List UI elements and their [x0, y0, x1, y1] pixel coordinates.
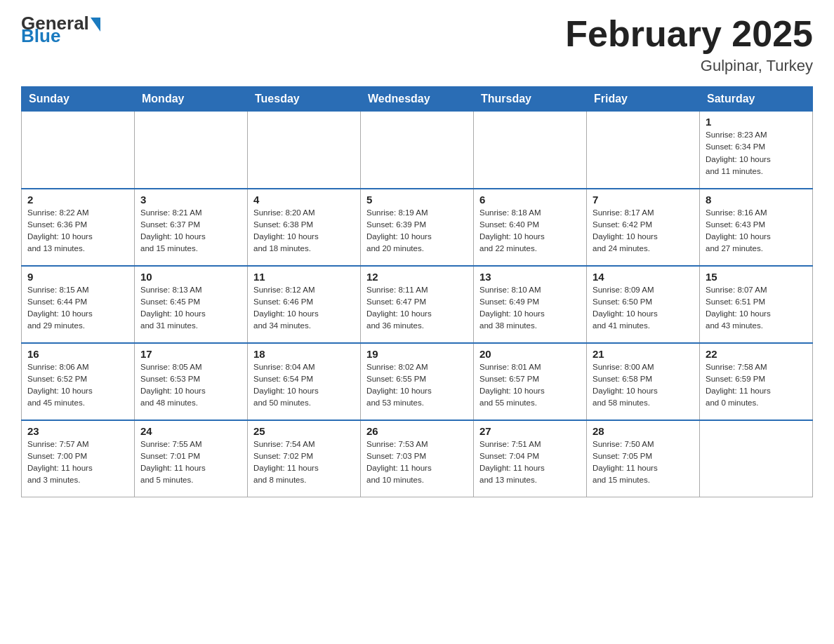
day-info: Sunrise: 8:22 AMSunset: 6:36 PMDaylight:… [27, 207, 128, 255]
logo: General Blue [21, 14, 100, 47]
day-number: 28 [593, 425, 694, 437]
day-number: 22 [706, 348, 807, 360]
calendar-week-row: 1Sunrise: 8:23 AMSunset: 6:34 PMDaylight… [22, 112, 813, 189]
calendar-cell [22, 112, 135, 189]
calendar-cell: 20Sunrise: 8:01 AMSunset: 6:57 PMDayligh… [474, 343, 587, 420]
day-info: Sunrise: 8:06 AMSunset: 6:52 PMDaylight:… [27, 361, 128, 410]
day-number: 26 [366, 425, 468, 437]
day-number: 13 [479, 271, 581, 283]
calendar-cell: 14Sunrise: 8:09 AMSunset: 6:50 PMDayligh… [587, 266, 700, 343]
day-info: Sunrise: 8:16 AMSunset: 6:43 PMDaylight:… [706, 207, 807, 255]
day-number: 4 [253, 194, 355, 206]
logo-triangle-icon [91, 18, 100, 32]
calendar-cell: 28Sunrise: 7:50 AMSunset: 7:05 PMDayligh… [587, 420, 700, 497]
calendar-week-row: 23Sunrise: 7:57 AMSunset: 7:00 PMDayligh… [22, 420, 813, 497]
calendar-cell: 24Sunrise: 7:55 AMSunset: 7:01 PMDayligh… [135, 420, 248, 497]
day-number: 7 [593, 194, 694, 206]
day-number: 15 [706, 271, 807, 283]
day-number: 17 [140, 348, 241, 360]
calendar-cell [361, 112, 474, 189]
day-info: Sunrise: 8:19 AMSunset: 6:39 PMDaylight:… [366, 207, 468, 255]
day-info: Sunrise: 8:17 AMSunset: 6:42 PMDaylight:… [593, 207, 694, 255]
day-info: Sunrise: 8:20 AMSunset: 6:38 PMDaylight:… [253, 207, 355, 255]
calendar-week-row: 16Sunrise: 8:06 AMSunset: 6:52 PMDayligh… [22, 343, 813, 420]
calendar-cell [587, 112, 700, 189]
calendar-cell: 2Sunrise: 8:22 AMSunset: 6:36 PMDaylight… [22, 189, 135, 266]
location-label: Gulpinar, Turkey [565, 57, 813, 75]
day-info: Sunrise: 7:50 AMSunset: 7:05 PMDaylight:… [593, 438, 694, 487]
calendar-cell: 3Sunrise: 8:21 AMSunset: 6:37 PMDaylight… [135, 189, 248, 266]
calendar-cell: 13Sunrise: 8:10 AMSunset: 6:49 PMDayligh… [474, 266, 587, 343]
day-number: 25 [253, 425, 355, 437]
weekday-header-wednesday: Wednesday [361, 87, 474, 112]
day-info: Sunrise: 8:00 AMSunset: 6:58 PMDaylight:… [593, 361, 694, 410]
day-number: 3 [140, 194, 241, 206]
day-info: Sunrise: 8:18 AMSunset: 6:40 PMDaylight:… [479, 207, 581, 255]
day-number: 6 [479, 194, 581, 206]
day-number: 14 [593, 271, 694, 283]
calendar-cell: 17Sunrise: 8:05 AMSunset: 6:53 PMDayligh… [135, 343, 248, 420]
day-info: Sunrise: 7:53 AMSunset: 7:03 PMDaylight:… [366, 438, 468, 487]
calendar-cell: 21Sunrise: 8:00 AMSunset: 6:58 PMDayligh… [587, 343, 700, 420]
day-number: 11 [253, 271, 355, 283]
calendar-cell: 10Sunrise: 8:13 AMSunset: 6:45 PMDayligh… [135, 266, 248, 343]
day-info: Sunrise: 7:51 AMSunset: 7:04 PMDaylight:… [479, 438, 581, 487]
day-info: Sunrise: 8:21 AMSunset: 6:37 PMDaylight:… [140, 207, 241, 255]
calendar-cell: 15Sunrise: 8:07 AMSunset: 6:51 PMDayligh… [700, 266, 813, 343]
weekday-header-monday: Monday [135, 87, 248, 112]
day-number: 10 [140, 271, 241, 283]
weekday-header-sunday: Sunday [22, 87, 135, 112]
day-info: Sunrise: 7:58 AMSunset: 6:59 PMDaylight:… [706, 361, 807, 410]
day-info: Sunrise: 7:57 AMSunset: 7:00 PMDaylight:… [27, 438, 128, 487]
day-number: 9 [27, 271, 128, 283]
day-number: 19 [366, 348, 468, 360]
day-number: 16 [27, 348, 128, 360]
month-title: February 2025 [565, 14, 813, 54]
calendar-cell: 22Sunrise: 7:58 AMSunset: 6:59 PMDayligh… [700, 343, 813, 420]
calendar-cell: 11Sunrise: 8:12 AMSunset: 6:46 PMDayligh… [248, 266, 361, 343]
day-info: Sunrise: 8:12 AMSunset: 6:46 PMDaylight:… [253, 284, 355, 333]
day-info: Sunrise: 8:15 AMSunset: 6:44 PMDaylight:… [27, 284, 128, 333]
calendar-cell: 26Sunrise: 7:53 AMSunset: 7:03 PMDayligh… [361, 420, 474, 497]
day-info: Sunrise: 8:10 AMSunset: 6:49 PMDaylight:… [479, 284, 581, 333]
calendar-cell [248, 112, 361, 189]
calendar-cell [700, 420, 813, 497]
calendar-cell: 19Sunrise: 8:02 AMSunset: 6:55 PMDayligh… [361, 343, 474, 420]
day-info: Sunrise: 8:05 AMSunset: 6:53 PMDaylight:… [140, 361, 241, 410]
weekday-header-saturday: Saturday [700, 87, 813, 112]
calendar-cell: 18Sunrise: 8:04 AMSunset: 6:54 PMDayligh… [248, 343, 361, 420]
calendar-cell: 12Sunrise: 8:11 AMSunset: 6:47 PMDayligh… [361, 266, 474, 343]
day-info: Sunrise: 8:13 AMSunset: 6:45 PMDaylight:… [140, 284, 241, 333]
calendar-table: SundayMondayTuesdayWednesdayThursdayFrid… [21, 86, 813, 497]
calendar-cell: 25Sunrise: 7:54 AMSunset: 7:02 PMDayligh… [248, 420, 361, 497]
day-number: 5 [366, 194, 468, 206]
day-number: 2 [27, 194, 128, 206]
calendar-cell: 23Sunrise: 7:57 AMSunset: 7:00 PMDayligh… [22, 420, 135, 497]
calendar-cell: 7Sunrise: 8:17 AMSunset: 6:42 PMDaylight… [587, 189, 700, 266]
day-number: 20 [479, 348, 581, 360]
day-info: Sunrise: 8:07 AMSunset: 6:51 PMDaylight:… [706, 284, 807, 333]
calendar-cell: 27Sunrise: 7:51 AMSunset: 7:04 PMDayligh… [474, 420, 587, 497]
title-area: February 2025 Gulpinar, Turkey [565, 14, 813, 75]
day-info: Sunrise: 7:54 AMSunset: 7:02 PMDaylight:… [253, 438, 355, 487]
day-number: 12 [366, 271, 468, 283]
calendar-cell: 8Sunrise: 8:16 AMSunset: 6:43 PMDaylight… [700, 189, 813, 266]
day-number: 27 [479, 425, 581, 437]
calendar-cell [135, 112, 248, 189]
day-info: Sunrise: 8:09 AMSunset: 6:50 PMDaylight:… [593, 284, 694, 333]
page-header: General Blue February 2025 Gulpinar, Tur… [21, 14, 813, 75]
logo-blue-text: Blue [21, 25, 60, 47]
calendar-cell: 4Sunrise: 8:20 AMSunset: 6:38 PMDaylight… [248, 189, 361, 266]
calendar-cell: 1Sunrise: 8:23 AMSunset: 6:34 PMDaylight… [700, 112, 813, 189]
calendar-cell: 6Sunrise: 8:18 AMSunset: 6:40 PMDaylight… [474, 189, 587, 266]
day-info: Sunrise: 8:04 AMSunset: 6:54 PMDaylight:… [253, 361, 355, 410]
calendar-cell: 5Sunrise: 8:19 AMSunset: 6:39 PMDaylight… [361, 189, 474, 266]
day-number: 24 [140, 425, 241, 437]
weekday-header-row: SundayMondayTuesdayWednesdayThursdayFrid… [22, 87, 813, 112]
day-info: Sunrise: 7:55 AMSunset: 7:01 PMDaylight:… [140, 438, 241, 487]
day-info: Sunrise: 8:11 AMSunset: 6:47 PMDaylight:… [366, 284, 468, 333]
day-number: 21 [593, 348, 694, 360]
day-number: 23 [27, 425, 128, 437]
day-info: Sunrise: 8:23 AMSunset: 6:34 PMDaylight:… [706, 129, 807, 177]
day-number: 8 [706, 194, 807, 206]
